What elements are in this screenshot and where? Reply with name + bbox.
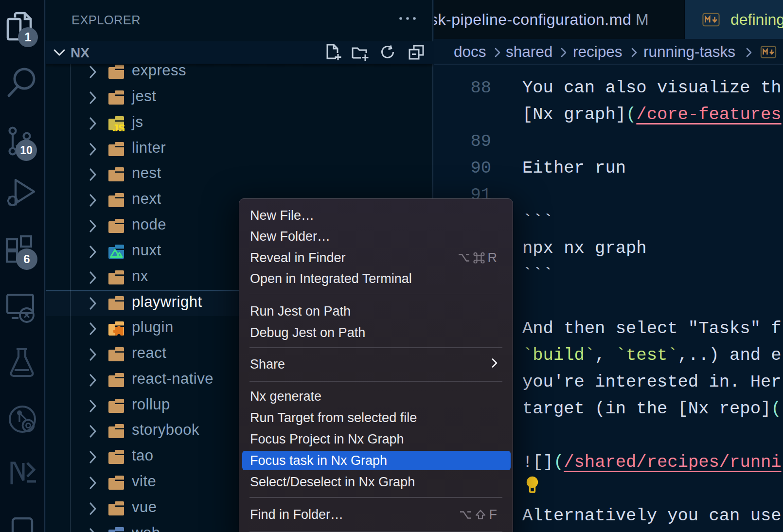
svg-text:JS: JS: [112, 122, 125, 131]
